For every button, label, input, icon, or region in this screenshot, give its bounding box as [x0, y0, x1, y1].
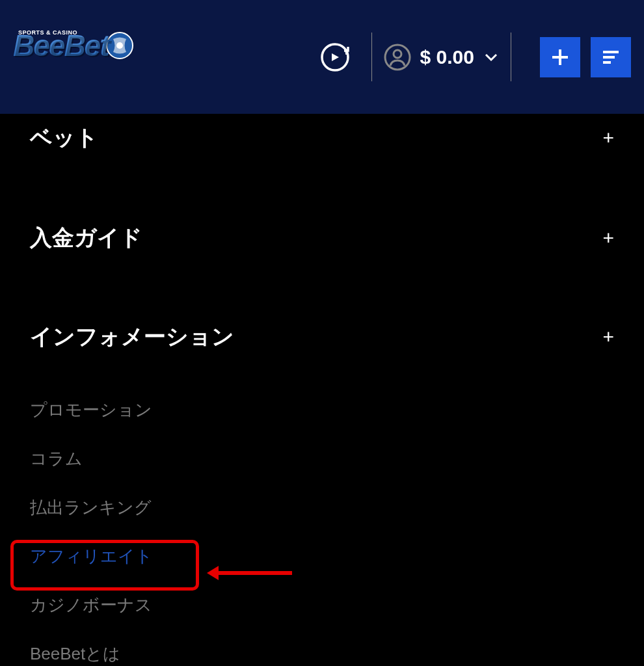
avatar-icon — [384, 44, 411, 71]
sub-item-affiliate-label: アフィリエイト — [30, 546, 153, 566]
information-sub-items: プロモーション コラム 払出ランキング アフィリエイト カジノボーナス BeeB… — [30, 386, 614, 666]
menu-section-information[interactable]: インフォメーション + — [30, 308, 614, 366]
expand-icon: + — [602, 326, 614, 348]
svg-point-1 — [116, 42, 123, 49]
menu-icon — [599, 46, 623, 69]
menu-title-deposit: 入金ガイド — [30, 223, 142, 253]
chevron-down-icon — [483, 49, 499, 65]
refresh-button[interactable] — [318, 40, 352, 74]
menu-button[interactable] — [591, 37, 631, 77]
sub-item-promotion[interactable]: プロモーション — [30, 386, 614, 434]
sub-item-casino-bonus[interactable]: カジノボーナス — [30, 581, 614, 630]
expand-icon: + — [602, 127, 614, 149]
menu-section-bet[interactable]: ベット + — [30, 114, 614, 167]
header: SPORTS & CASINO BeeBet — [0, 0, 644, 114]
refresh-icon — [319, 42, 351, 73]
svg-point-4 — [394, 50, 401, 58]
logo[interactable]: SPORTS & CASINO BeeBet — [13, 28, 169, 87]
divider — [511, 33, 511, 81]
plus-icon — [548, 46, 572, 69]
arrow-annotation-icon — [204, 563, 295, 583]
sub-item-affiliate[interactable]: アフィリエイト — [30, 532, 614, 581]
divider — [371, 33, 372, 81]
expand-icon: + — [602, 227, 614, 249]
menu-title-information: インフォメーション — [30, 322, 234, 352]
menu-section-deposit[interactable]: 入金ガイド + — [30, 209, 614, 267]
add-button[interactable] — [540, 37, 580, 77]
balance-section[interactable]: $ 0.00 — [384, 44, 499, 71]
content: ベット + 入金ガイド + インフォメーション + プロモーション コラム 払出… — [0, 114, 644, 666]
sub-item-payout-ranking[interactable]: 払出ランキング — [30, 483, 614, 532]
sub-item-column[interactable]: コラム — [30, 434, 614, 483]
logo-text: BeeBet — [13, 28, 109, 63]
menu-title-bet: ベット — [30, 123, 98, 153]
balance-amount: $ 0.00 — [420, 46, 474, 68]
header-right: $ 0.00 — [318, 33, 631, 81]
sub-item-about-beebet[interactable]: BeeBetとは — [30, 630, 614, 666]
